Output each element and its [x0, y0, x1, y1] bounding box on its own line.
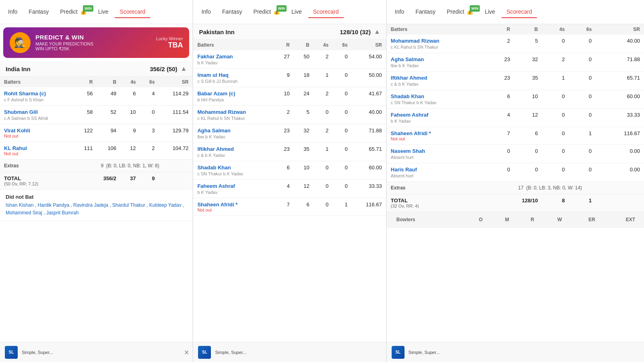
player-name[interactable]: Agha Salman: [197, 128, 270, 134]
tab-scorecard-p1[interactable]: Scorecard: [115, 6, 150, 18]
player-name[interactable]: Haris Rauf: [391, 167, 485, 173]
player-info: c F Ashraf b S Khan: [4, 97, 69, 102]
banner-title: PREDICT & WIN: [35, 34, 151, 41]
tab-fantasy-p1[interactable]: Fantasy: [24, 6, 54, 18]
player-name[interactable]: Babar Azam (c): [197, 90, 270, 97]
tab-fantasy-p2[interactable]: Fantasy: [217, 6, 247, 18]
col-6s-p2: 6s: [332, 40, 351, 50]
player-info: Absent hurt: [391, 155, 485, 160]
ad-banner-p2: SL Simple, Super...: [193, 342, 386, 362]
tab-info-p1[interactable]: Info: [3, 6, 22, 18]
col-b: B: [97, 77, 121, 87]
player-name[interactable]: Naseem Shah: [391, 148, 485, 154]
col-sr-p3: SR: [596, 24, 644, 35]
player-name[interactable]: Agha Salman: [391, 56, 485, 62]
tab-info-p3[interactable]: Info: [390, 6, 409, 18]
player-name[interactable]: Shadab Khan: [197, 165, 270, 171]
dnb-label: Did not Bat: [6, 194, 187, 200]
col-b-p2: B: [294, 40, 314, 50]
col-b-p3: B: [514, 24, 542, 35]
tab-predict-p1[interactable]: Predict 💰 WIN: [55, 6, 91, 18]
player-name[interactable]: Shubman Gill: [4, 109, 69, 115]
player-info: c S Gill b JJ Bumrah: [197, 79, 270, 84]
table-row: Agha Salman lbw b K Yadav 23322071.88: [193, 124, 386, 143]
player-name[interactable]: Shaheen Afridi *: [391, 130, 485, 136]
promo-banner[interactable]: 🕵️ PREDICT & WIN MAKE YOUR PREDICTIONSWI…: [3, 27, 189, 58]
collapse-pak-icon: ▲: [374, 28, 380, 35]
close-ad-button[interactable]: ✕: [184, 348, 189, 356]
banner-avatar: 🕵️: [10, 32, 31, 53]
total-row-p3: TOTAL (32 Ov, RR: 4) 128/10 8 1: [387, 194, 644, 212]
india-innings-header[interactable]: India Inn 356/2 (50) ▲: [0, 61, 192, 77]
player-name[interactable]: Shadab Khan: [391, 93, 485, 99]
player-name[interactable]: Imam ul Haq: [197, 72, 270, 78]
win-badge-p2: WIN: [277, 5, 287, 12]
pak-bat-table: Batters R B 4s 6s SR Fakhar Zaman b K Ya…: [193, 40, 386, 216]
table-row: Shadab Khan c SN Thakur b K Yadav 610006…: [387, 90, 644, 109]
table-row: Shadab Khan c SN Thakur b K Yadav 610006…: [193, 161, 386, 180]
col-batters-p3: Batters: [387, 24, 489, 35]
col-4s-p3: 4s: [542, 24, 569, 35]
panel-3: Info Fantasy Predict 💰 WIN Live Scorecar…: [387, 0, 644, 362]
pak-bat-header-row-p3: Batters R B 4s 6s SR: [387, 24, 644, 35]
player-name[interactable]: Faheem Ashraf: [391, 112, 485, 118]
ad-logo-p2: SL: [198, 346, 211, 359]
col-6s-p3: 6s: [569, 24, 596, 35]
player-name[interactable]: Iftikhar Ahmed: [197, 146, 270, 152]
table-row: Shaheen Afridi * Not out 7601116.67: [193, 198, 386, 216]
player-info: b K Yadav: [197, 60, 270, 65]
table-row: Iftikhar Ahmed c & b K Yadav 23351065.71: [193, 143, 386, 161]
player-name[interactable]: Mohammad Rizwan: [391, 38, 485, 44]
pak-innings-header[interactable]: Pakistan Inn 128/10 (32) ▲: [193, 24, 386, 40]
player-info: c SN Thakur b K Yadav: [391, 100, 485, 105]
not-out-label: Not out: [197, 208, 270, 212]
table-row: Shaheen Afridi * Not out 7601116.67: [387, 127, 644, 145]
player-name[interactable]: Shaheen Afridi *: [197, 202, 270, 208]
player-name[interactable]: KL Rahul: [4, 145, 69, 151]
total-row: TOTAL (50 Ov, RR: 7.12) 356/2 37 9: [0, 172, 192, 190]
col-batters-p2: Batters: [193, 40, 274, 50]
ad-text: Simple, Super...: [22, 350, 53, 355]
tab-predict-p2[interactable]: Predict 💰 WIN: [249, 6, 285, 18]
tab-scorecard-p3[interactable]: Scorecard: [502, 6, 537, 18]
player-name[interactable]: Mohammad Rizwan: [197, 109, 270, 115]
pak-innings-title: Pakistan Inn: [199, 29, 234, 35]
player-info: c SN Thakur b K Yadav: [197, 171, 270, 176]
tab-scorecard-p2[interactable]: Scorecard: [308, 6, 344, 18]
page-container: Info Fantasy Predict 💰 WIN Live Scorecar…: [0, 0, 644, 362]
player-name[interactable]: Virat Kohli: [4, 128, 69, 134]
table-row: Haris Rauf Absent hurt 00000.00: [387, 163, 644, 182]
player-name[interactable]: Iftikhar Ahmed: [391, 75, 485, 81]
table-row: Naseem Shah Absent hurt 00000.00: [387, 145, 644, 163]
ad-logo-p3: SL: [392, 346, 405, 359]
tab-info-p2[interactable]: Info: [196, 6, 215, 18]
col-sr-p2: SR: [352, 40, 386, 50]
table-row: Faheem Ashraf b K Yadav 4120033.33: [387, 109, 644, 127]
table-row: Imam ul Haq c S Gill b JJ Bumrah 9181050…: [193, 69, 386, 87]
player-info: lbw b K Yadav: [391, 63, 485, 68]
player-name[interactable]: Rohit Sharma (c): [4, 90, 69, 97]
player-info: c KL Rahul b SN Thakur: [197, 116, 270, 121]
player-info: c & b K Yadav: [391, 82, 485, 86]
tab-live-p2[interactable]: Live: [287, 6, 307, 18]
player-info: Absent hurt: [391, 173, 485, 178]
table-row: Iftikhar Ahmed c & b K Yadav 23351065.71: [387, 72, 644, 90]
panel3-scorecard-body: Batters R B 4s 6s SR Mohammad Rizwan c K…: [387, 24, 644, 342]
tab-predict-p3[interactable]: Predict 💰 WIN: [442, 6, 478, 18]
player-name[interactable]: Fakhar Zaman: [197, 53, 270, 60]
ad-banner-p3: SL Simple, Super...: [387, 342, 644, 362]
table-row: Faheem Ashraf b K Yadav 4120033.33: [193, 180, 386, 198]
panel-1: Info Fantasy Predict 💰 WIN Live Scorecar…: [0, 0, 193, 362]
player-info: c & b K Yadav: [197, 153, 270, 158]
table-row: Shubman Gill c A Salman b SS Afridi 5852…: [0, 106, 192, 124]
tab-live-p3[interactable]: Live: [480, 6, 500, 18]
tab-live-p1[interactable]: Live: [93, 6, 114, 18]
extras-row-p3: Extras 17 (B: 0, LB: 3, NB: 0, W: 14): [387, 182, 644, 194]
player-info: lbw b K Yadav: [197, 134, 270, 139]
col-4s-p2: 4s: [314, 40, 332, 50]
pak-bat-header-row: Batters R B 4s 6s SR: [193, 40, 386, 50]
panel1-nav-tabs: Info Fantasy Predict 💰 WIN Live Scorecar…: [0, 0, 192, 24]
tab-fantasy-p3[interactable]: Fantasy: [411, 6, 440, 18]
col-r-p3: R: [489, 24, 514, 35]
player-name[interactable]: Faheem Ashraf: [197, 183, 270, 189]
